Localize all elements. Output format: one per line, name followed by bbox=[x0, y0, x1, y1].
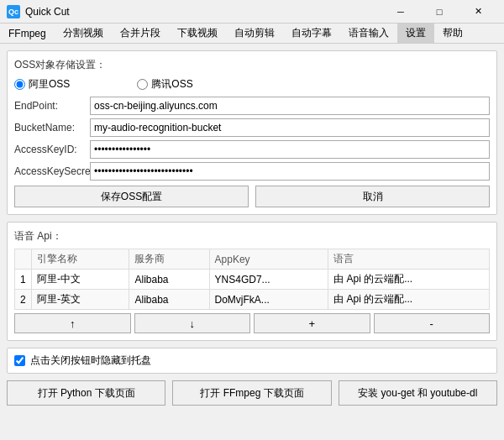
bucket-input[interactable] bbox=[90, 118, 490, 137]
api-move-down-button[interactable]: ↓ bbox=[134, 313, 251, 333]
open-python-button[interactable]: 打开 Python 下载页面 bbox=[7, 380, 165, 406]
voice-api-section: 语音 Api： 引擎名称 服务商 AppKey 语言 1 阿里-中文 Aliba… bbox=[7, 222, 497, 341]
api-table-header-lang: 语言 bbox=[328, 249, 490, 270]
accesskeyid-label: AccessKeyID: bbox=[14, 144, 90, 155]
aliyun-oss-option[interactable]: 阿里OSS bbox=[14, 77, 70, 92]
api-table-header-vendor: 服务商 bbox=[129, 249, 209, 270]
title-bar-controls: ─ □ ✕ bbox=[381, 0, 497, 24]
title-bar: Qc Quick Cut ─ □ ✕ bbox=[0, 0, 504, 24]
aliyun-oss-radio[interactable] bbox=[14, 79, 25, 90]
bucket-label: BucketName: bbox=[14, 122, 90, 134]
api-row-vendor: Alibaba bbox=[129, 270, 209, 290]
api-table-header-index bbox=[15, 249, 32, 270]
close-button[interactable]: ✕ bbox=[459, 0, 497, 24]
api-table-row[interactable]: 2 阿里-英文 Alibaba DoMvjFkA... 由 Api 的云端配..… bbox=[15, 290, 490, 310]
api-table-row[interactable]: 1 阿里-中文 Alibaba YNS4GD7... 由 Api 的云端配... bbox=[15, 270, 490, 290]
oss-buttons: 保存OSS配置 取消 bbox=[14, 186, 490, 207]
install-youget-button[interactable]: 安装 you-get 和 youtube-dl bbox=[339, 380, 497, 406]
api-row-name: 阿里-中文 bbox=[32, 270, 129, 290]
save-oss-button[interactable]: 保存OSS配置 bbox=[14, 186, 249, 207]
api-row-vendor: Alibaba bbox=[129, 290, 209, 310]
accesskeysecret-input[interactable] bbox=[90, 162, 490, 181]
api-row-lang: 由 Api 的云端配... bbox=[328, 290, 490, 310]
oss-radio-row: 阿里OSS 腾讯OSS bbox=[14, 77, 490, 92]
title-bar-text: Quick Cut bbox=[25, 6, 381, 18]
menu-merge-clips[interactable]: 合并片段 bbox=[112, 24, 169, 43]
menu-auto-subtitle[interactable]: 自动字幕 bbox=[283, 24, 340, 43]
main-content: OSS对象存储设置： 阿里OSS 腾讯OSS EndPoint: BucketN… bbox=[0, 44, 504, 440]
minimize-button[interactable]: ─ bbox=[381, 0, 420, 24]
hide-to-tray-label[interactable]: 点击关闭按钮时隐藏到托盘 bbox=[30, 354, 151, 368]
accesskeysecret-label: AccessKeySecret: bbox=[14, 165, 90, 177]
endpoint-label: EndPoint: bbox=[14, 100, 90, 112]
menu-settings[interactable]: 设置 bbox=[397, 24, 434, 43]
menu-bar: FFmpeg 分割视频 合并片段 下载视频 自动剪辑 自动字幕 语音输入 设置 … bbox=[0, 24, 504, 44]
api-table-header-appkey: AppKey bbox=[209, 249, 328, 270]
maximize-button[interactable]: □ bbox=[420, 0, 459, 24]
api-row-appkey: YNS4GD7... bbox=[209, 270, 328, 290]
endpoint-input[interactable] bbox=[90, 97, 490, 115]
api-row-name: 阿里-英文 bbox=[32, 290, 129, 310]
open-ffmpeg-button[interactable]: 打开 FFmpeg 下载页面 bbox=[172, 380, 331, 406]
menu-auto-edit[interactable]: 自动剪辑 bbox=[226, 24, 283, 43]
hide-to-tray-checkbox[interactable] bbox=[14, 355, 25, 366]
app-icon: Qc bbox=[7, 5, 20, 18]
accesskeyid-input[interactable] bbox=[90, 140, 490, 159]
menu-help[interactable]: 帮助 bbox=[434, 24, 471, 43]
oss-section: OSS对象存储设置： 阿里OSS 腾讯OSS EndPoint: BucketN… bbox=[7, 50, 497, 215]
api-row-appkey: DoMvjFkA... bbox=[209, 290, 328, 310]
api-move-up-button[interactable]: ↑ bbox=[14, 313, 131, 333]
menu-ffmpeg[interactable]: FFmpeg bbox=[0, 24, 55, 43]
endpoint-row: EndPoint: bbox=[14, 97, 490, 115]
menu-split-video[interactable]: 分割视频 bbox=[55, 24, 112, 43]
api-actions: ↑ ↓ + - bbox=[14, 313, 490, 333]
api-row-index: 2 bbox=[15, 290, 32, 310]
api-table-header-name: 引擎名称 bbox=[32, 249, 129, 270]
cancel-oss-button[interactable]: 取消 bbox=[255, 186, 490, 207]
accesskeyid-row: AccessKeyID: bbox=[14, 140, 490, 159]
api-row-index: 1 bbox=[15, 270, 32, 290]
api-add-button[interactable]: + bbox=[254, 313, 370, 333]
checkbox-row: 点击关闭按钮时隐藏到托盘 bbox=[7, 348, 497, 374]
bucket-row: BucketName: bbox=[14, 118, 490, 137]
tencent-oss-option[interactable]: 腾讯OSS bbox=[137, 77, 192, 92]
accesskeysecret-row: AccessKeySecret: bbox=[14, 162, 490, 181]
menu-voice-input[interactable]: 语音输入 bbox=[340, 24, 397, 43]
bottom-buttons: 打开 Python 下载页面 打开 FFmpeg 下载页面 安装 you-get… bbox=[7, 380, 497, 406]
api-table: 引擎名称 服务商 AppKey 语言 1 阿里-中文 Alibaba YNS4G… bbox=[14, 249, 490, 310]
voice-api-title: 语音 Api： bbox=[14, 229, 490, 244]
menu-download-video[interactable]: 下载视频 bbox=[169, 24, 226, 43]
tencent-oss-radio[interactable] bbox=[137, 79, 148, 90]
tencent-oss-label: 腾讯OSS bbox=[151, 77, 192, 92]
api-remove-button[interactable]: - bbox=[374, 313, 491, 333]
aliyun-oss-label: 阿里OSS bbox=[29, 77, 70, 92]
oss-section-title: OSS对象存储设置： bbox=[14, 58, 490, 72]
api-row-lang: 由 Api 的云端配... bbox=[328, 270, 490, 290]
